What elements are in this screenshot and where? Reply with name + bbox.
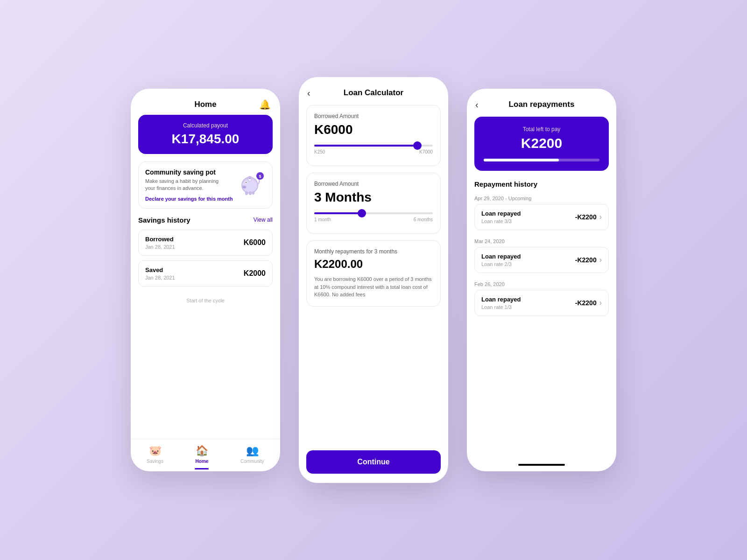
history-amount-1: K2000 xyxy=(244,269,266,278)
home-indicator xyxy=(518,464,565,466)
svg-text:$: $ xyxy=(259,174,261,179)
amount-slider-max: K7000 xyxy=(419,149,433,154)
savings-history: Savings history View all Borrowed Jan 28… xyxy=(138,216,273,291)
total-pay-card: Total left to pay K2200 xyxy=(474,117,609,171)
piggy-icon: $ xyxy=(236,168,266,198)
repayment-progress-bar xyxy=(484,159,599,161)
repay-sub-2: Loan rate 2/3 xyxy=(481,261,521,267)
history-amount-0: K6000 xyxy=(244,238,266,247)
payout-card: Calculated payout K17,845.00 xyxy=(138,115,273,154)
amount-slider-min: K250 xyxy=(314,149,325,154)
repay-sub-1: Loan rate 3/3 xyxy=(481,218,521,224)
monthly-title: Monthly repayments for 3 months xyxy=(314,248,433,255)
chevron-icon-1: › xyxy=(599,213,602,221)
repayment-history-title: Repayment history xyxy=(467,180,616,192)
home-nav-label: Home xyxy=(196,459,209,464)
history-item-borrowed: Borrowed Jan 28, 2021 K6000 xyxy=(138,230,273,256)
chevron-icon-2: › xyxy=(599,256,602,264)
savings-nav-icon: 🐷 xyxy=(149,445,162,457)
community-nav-label: Community xyxy=(240,459,264,464)
svg-point-3 xyxy=(242,185,247,189)
svg-rect-11 xyxy=(245,191,248,195)
months-slider[interactable]: 1 month 6 months xyxy=(314,212,433,222)
repay-item-1[interactable]: Loan repayed Loan rate 3/3 -K2200 › xyxy=(474,204,609,230)
repay-sub-3: Loan rate 1/3 xyxy=(481,304,521,310)
phone-repayments: ‹ Loan repayments Total left to pay K220… xyxy=(467,89,616,471)
phone-calculator: ‹ Loan Calculator Borrowed Amount K6000 … xyxy=(299,77,448,483)
months-section: Borrowed Amount 3 Months 1 month 6 month… xyxy=(306,173,441,234)
history-item-saved: Saved Jan 28, 2021 K2000 xyxy=(138,260,273,287)
calc-header: ‹ Loan Calculator xyxy=(299,77,448,105)
months-slider-max: 6 months xyxy=(414,217,433,222)
amount-slider[interactable]: K250 K7000 xyxy=(314,145,433,154)
savings-history-title: Savings history xyxy=(138,216,190,224)
svg-rect-13 xyxy=(252,191,254,195)
history-label-0: Borrowed xyxy=(145,236,175,243)
svg-point-4 xyxy=(243,187,244,188)
bell-icon[interactable]: 🔔 xyxy=(259,99,271,110)
view-all-link[interactable]: View all xyxy=(254,217,273,223)
home-nav-icon: 🏠 xyxy=(196,445,208,457)
payout-label: Calculated payout xyxy=(146,122,265,129)
repay-amount-1: -K2200 xyxy=(575,213,597,221)
saving-pot-link[interactable]: Declare your savings for this month xyxy=(145,196,233,202)
saving-pot-desc: Make saving a habit by planning your fin… xyxy=(145,178,220,192)
payout-amount: K17,845.00 xyxy=(146,132,265,147)
svg-rect-10 xyxy=(249,178,251,179)
repay-item-2[interactable]: Loan repayed Loan rate 2/3 -K2200 › xyxy=(474,247,609,273)
months-value: 3 Months xyxy=(314,190,433,205)
months-label: Borrowed Amount xyxy=(314,181,433,187)
total-pay-amount: K2200 xyxy=(484,135,599,151)
monthly-amount: K2200.00 xyxy=(314,258,433,271)
phone-home: Home 🔔 Calculated payout K17,845.00 Comm… xyxy=(131,89,280,471)
svg-rect-12 xyxy=(249,191,252,195)
repay-date-3: Feb 26, 2020 xyxy=(467,278,616,290)
repay-title: Loan repayments xyxy=(476,100,607,109)
monthly-desc: You are borrowing K6000 over a period of… xyxy=(314,275,433,299)
repay-header: ‹ Loan repayments xyxy=(467,89,616,117)
history-date-0: Jan 28, 2021 xyxy=(145,244,175,250)
history-label-1: Saved xyxy=(145,266,175,273)
back-button[interactable]: ‹ xyxy=(307,88,310,98)
history-date-1: Jan 28, 2021 xyxy=(145,275,175,280)
repay-amount-3: -K2200 xyxy=(575,299,597,307)
chevron-icon-3: › xyxy=(599,299,602,307)
svg-point-7 xyxy=(246,182,247,183)
saving-pot-card: Community saving pot Make saving a habit… xyxy=(138,161,273,209)
borrowed-amount-value: K6000 xyxy=(314,122,433,137)
calc-title: Loan Calculator xyxy=(308,88,439,98)
borrowed-amount-section: Borrowed Amount K6000 K250 K7000 xyxy=(306,105,441,166)
repay-label-2: Loan repayed xyxy=(481,253,521,260)
repay-label-3: Loan repayed xyxy=(481,296,521,303)
home-header: Home 🔔 xyxy=(131,89,280,115)
nav-community[interactable]: 👥 Community xyxy=(240,445,264,464)
repay-back-button[interactable]: ‹ xyxy=(475,99,479,110)
community-nav-icon: 👥 xyxy=(246,445,259,457)
nav-savings[interactable]: 🐷 Savings xyxy=(147,445,163,464)
nav-home[interactable]: 🏠 Home xyxy=(196,445,209,464)
months-slider-min: 1 month xyxy=(314,217,331,222)
savings-nav-label: Savings xyxy=(147,459,163,464)
monthly-repayments-section: Monthly repayments for 3 months K2200.00… xyxy=(306,240,441,307)
total-pay-label: Total left to pay xyxy=(484,126,599,133)
cycle-label: Start of the cycle xyxy=(131,298,280,303)
svg-point-5 xyxy=(244,187,245,188)
repay-label-1: Loan repayed xyxy=(481,210,521,217)
repay-item-3[interactable]: Loan repayed Loan rate 1/3 -K2200 › xyxy=(474,290,609,316)
bottom-nav: 🐷 Savings 🏠 Home 👥 Community xyxy=(131,439,280,471)
saving-pot-title: Community saving pot xyxy=(145,168,233,176)
repay-amount-2: -K2200 xyxy=(575,256,597,264)
repay-date-2: Mar 24, 2020 xyxy=(467,235,616,247)
repayment-progress-fill xyxy=(484,159,559,161)
repay-date-1: Apr 29, 2020 - Upcoming xyxy=(467,192,616,204)
continue-button[interactable]: Continue xyxy=(306,450,441,474)
borrowed-amount-label: Borrowed Amount xyxy=(314,113,433,119)
home-title: Home xyxy=(194,100,216,109)
